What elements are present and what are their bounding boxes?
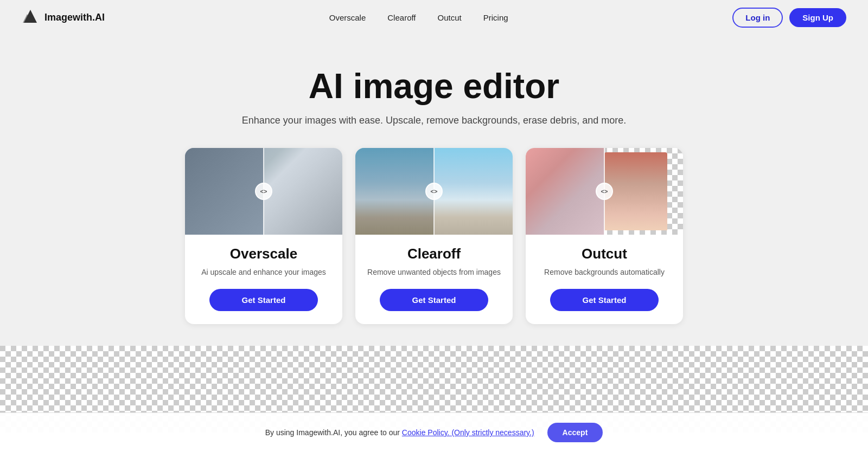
card-image-overscale: <>: [185, 148, 342, 235]
cards-section: <> Overscale Ai upscale and enhance your…: [0, 148, 868, 346]
cta-button-clearoff[interactable]: Get Started: [380, 289, 488, 311]
cookie-banner: By using Imagewith.AI, you agree to our …: [0, 412, 868, 452]
nav-links: Overscale Clearoff Outcut Pricing: [329, 13, 508, 22]
cta-button-overscale[interactable]: Get Started: [209, 289, 318, 311]
slider-handle-overscale[interactable]: <>: [255, 183, 272, 200]
navbar: Imagewith.AI Overscale Clearoff Outcut P…: [0, 0, 868, 35]
card-body-outcut: Outcut Remove backgrounds automatically …: [526, 235, 683, 324]
cta-button-outcut[interactable]: Get Started: [550, 289, 659, 311]
outcut-subject: [604, 152, 667, 230]
cookie-text: By using Imagewith.AI, you agree to our …: [265, 428, 534, 437]
card-title-clearoff: Clearoff: [407, 246, 461, 262]
signup-button[interactable]: Sign Up: [789, 8, 846, 27]
nav-link-pricing[interactable]: Pricing: [483, 13, 508, 22]
card-title-outcut: Outcut: [582, 246, 627, 262]
brand-name: Imagewith.AI: [44, 12, 105, 23]
card-desc-outcut: Remove backgrounds automatically: [544, 267, 665, 278]
nav-link-outcut[interactable]: Outcut: [438, 13, 462, 22]
nav-link-overscale[interactable]: Overscale: [329, 13, 366, 22]
hero-section: AI image editor Enhance your images with…: [0, 35, 868, 148]
card-outcut: <> Outcut Remove backgrounds automatical…: [526, 148, 683, 324]
hero-subtitle: Enhance your images with ease. Upscale, …: [11, 115, 857, 126]
logo-icon: [22, 9, 39, 26]
nav-link-clearoff[interactable]: Clearoff: [387, 13, 416, 22]
card-body-overscale: Overscale Ai upscale and enhance your im…: [185, 235, 342, 324]
card-desc-clearoff: Remove unwanted objects from images: [367, 267, 501, 278]
logo-link[interactable]: Imagewith.AI: [22, 9, 105, 26]
accept-cookie-button[interactable]: Accept: [547, 423, 603, 442]
cookie-policy-link[interactable]: Cookie Policy. (Only strictly necessary.…: [402, 428, 534, 437]
card-clearoff: <> Clearoff Remove unwanted objects from…: [355, 148, 513, 324]
hero-title: AI image editor: [11, 67, 857, 105]
card-body-clearoff: Clearoff Remove unwanted objects from im…: [355, 235, 513, 324]
login-button[interactable]: Log in: [732, 8, 783, 28]
slider-handle-outcut[interactable]: <>: [596, 183, 613, 200]
card-desc-overscale: Ai upscale and enhance your images: [201, 267, 326, 278]
slider-handle-clearoff[interactable]: <>: [425, 183, 443, 200]
cookie-text-main: By using Imagewith.AI, you agree to our: [265, 428, 402, 437]
card-overscale: <> Overscale Ai upscale and enhance your…: [185, 148, 342, 324]
card-image-outcut: <>: [526, 148, 683, 235]
card-title-overscale: Overscale: [230, 246, 297, 262]
nav-actions: Log in Sign Up: [732, 8, 846, 28]
card-image-clearoff: <>: [355, 148, 513, 235]
